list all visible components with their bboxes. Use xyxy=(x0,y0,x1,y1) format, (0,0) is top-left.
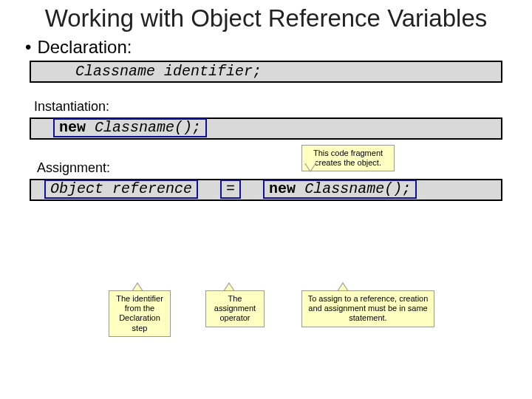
new-classname-box: new Classname(); xyxy=(263,180,417,199)
instantiation-label: Instantiation: xyxy=(34,99,532,115)
callout-operator: The assignment operator xyxy=(205,290,265,327)
callout-same-statement: To assign to a reference, creation and a… xyxy=(301,290,434,327)
instantiation-call: Classname(); xyxy=(86,119,201,136)
new-keyword-2: new xyxy=(269,180,296,197)
equals-box: = xyxy=(220,180,241,199)
instantiation-highlight-box: new Classname(); xyxy=(53,118,207,137)
declaration-heading: •Declaration: xyxy=(0,37,532,58)
callout-identifier: The identifier from the Declaration step xyxy=(109,290,171,337)
instantiation-code-bar: new Classname(); xyxy=(30,117,502,140)
declaration-code: Classname identifier; xyxy=(75,63,262,80)
object-reference-box: Object reference xyxy=(44,180,198,199)
declaration-label: Declaration: xyxy=(37,37,132,57)
new-keyword: new xyxy=(59,119,86,136)
callout-tail-icon xyxy=(304,162,316,171)
assignment-code-bar: Object reference = new Classname(); xyxy=(30,179,502,201)
bullet-dot-icon: • xyxy=(25,37,31,58)
assignment-call: Classname(); xyxy=(296,180,411,197)
declaration-code-bar: Classname identifier; xyxy=(30,61,502,83)
assignment-label: Assignment: xyxy=(37,160,532,176)
page-title: Working with Object Reference Variables xyxy=(0,0,532,37)
